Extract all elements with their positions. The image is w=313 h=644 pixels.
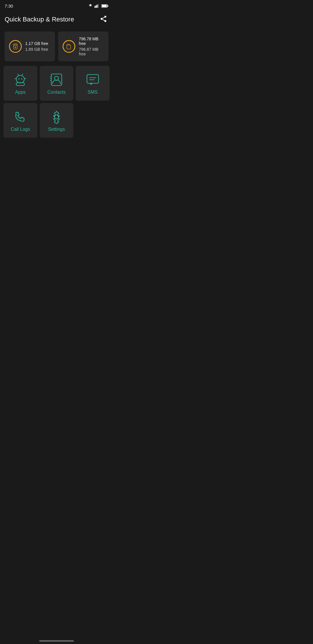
menu-grid-row2: Call Logs Settings [0, 103, 113, 138]
signal-icon [94, 4, 100, 8]
share-icon [100, 15, 107, 23]
svg-rect-1 [96, 6, 97, 8]
phone-storage-icon-wrapper [9, 40, 22, 53]
svg-rect-6 [102, 5, 107, 7]
svg-rect-33 [87, 75, 99, 83]
call-logs-label: Call Logs [11, 127, 30, 132]
svg-rect-13 [14, 45, 16, 46]
svg-rect-2 [97, 5, 98, 8]
sd-free-2: 796.87 MB free [79, 47, 104, 56]
phone-storage-icon [12, 43, 19, 50]
sd-storage-card[interactable]: 796.78 MB free 796.87 MB free [58, 32, 108, 61]
svg-line-25 [22, 74, 23, 75]
internal-storage-card[interactable]: 1.17 GB free 1.89 GB free [5, 32, 55, 61]
svg-point-23 [21, 78, 22, 79]
svg-point-19 [16, 75, 24, 83]
status-time: 7:30 [5, 3, 13, 8]
svg-point-8 [101, 18, 103, 20]
status-bar: 7:30 [0, 0, 113, 10]
sd-free-1: 796.78 MB free [79, 37, 104, 46]
settings-dev-icon [88, 3, 93, 8]
sms-icon [86, 73, 100, 87]
svg-line-24 [18, 74, 19, 75]
svg-point-9 [104, 20, 106, 22]
svg-line-11 [102, 17, 104, 18]
settings-button[interactable]: Settings [40, 103, 74, 138]
call-logs-icon [13, 110, 27, 124]
page-title: Quick Backup & Restore [5, 16, 74, 23]
svg-point-22 [18, 78, 19, 79]
empty-cell [76, 103, 110, 138]
app-bar: Quick Backup & Restore [0, 10, 113, 28]
sd-card-icon [66, 43, 72, 50]
svg-rect-0 [94, 6, 95, 8]
sd-storage-icon-wrapper [63, 40, 75, 53]
battery-icon [101, 4, 108, 8]
svg-point-7 [104, 16, 106, 18]
internal-storage-text: 1.17 GB free 1.89 GB free [25, 41, 48, 52]
svg-rect-3 [98, 4, 99, 8]
sms-label: SMS [88, 90, 98, 95]
apps-button[interactable]: Apps [3, 66, 37, 101]
svg-rect-5 [108, 5, 108, 6]
status-icons [88, 3, 108, 8]
internal-free-1: 1.17 GB free [25, 41, 48, 46]
svg-line-10 [102, 19, 104, 21]
share-button[interactable] [99, 14, 108, 25]
settings-label: Settings [48, 127, 65, 132]
sd-storage-text: 796.78 MB free 796.87 MB free [79, 37, 104, 56]
call-logs-button[interactable]: Call Logs [3, 103, 37, 138]
sms-button[interactable]: SMS [76, 66, 110, 101]
internal-free-2: 1.89 GB free [25, 47, 48, 52]
contacts-label: Contacts [47, 90, 65, 95]
contacts-button[interactable]: Contacts [40, 66, 74, 101]
apps-label: Apps [15, 90, 26, 95]
svg-point-15 [15, 47, 15, 48]
svg-point-29 [54, 76, 59, 80]
storage-row: 1.17 GB free 1.89 GB free 796.78 MB free… [0, 28, 113, 66]
settings-icon [50, 110, 63, 124]
android-icon [13, 73, 27, 87]
contacts-icon [50, 73, 63, 87]
menu-grid-row1: Apps Contacts SMS [0, 66, 113, 103]
